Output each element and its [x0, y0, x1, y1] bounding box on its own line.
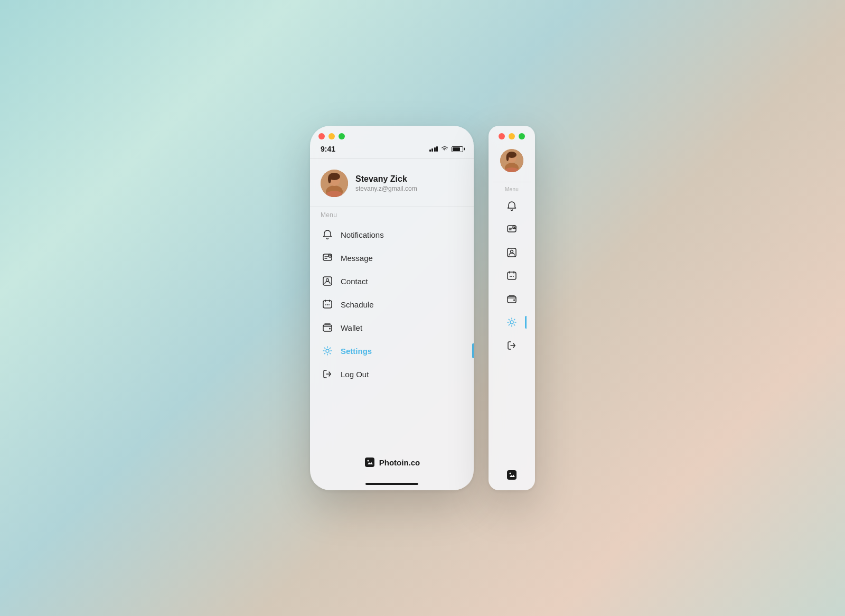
signal-icon	[429, 146, 438, 152]
status-bar: 9:41	[310, 145, 474, 156]
wallet-label: Wallet	[341, 323, 362, 332]
menu-item-message[interactable]: Message	[315, 246, 468, 269]
schedule-icon	[322, 298, 333, 310]
contact-label: Contact	[341, 277, 368, 286]
svg-point-28	[511, 250, 513, 253]
compact-avatar-section	[489, 144, 535, 180]
app-logo-icon	[364, 456, 375, 468]
status-icons	[429, 145, 464, 153]
phone-full: 9:41	[310, 126, 474, 490]
svg-point-9	[326, 279, 329, 282]
svg-point-37	[510, 473, 511, 474]
svg-point-4	[328, 175, 331, 183]
wifi-icon	[441, 145, 448, 153]
logout-icon	[322, 368, 333, 380]
logout-label: Log Out	[341, 370, 369, 379]
svg-rect-36	[507, 470, 517, 480]
phone-compact: Menu	[489, 126, 535, 490]
compact-contact[interactable]	[501, 242, 522, 263]
window-controls-compact	[489, 126, 535, 144]
svg-point-13	[328, 304, 330, 305]
phones-container: 9:41	[310, 126, 535, 490]
maximize-dot[interactable]	[339, 133, 345, 139]
svg-point-18	[367, 460, 369, 462]
compact-message[interactable]	[501, 219, 522, 240]
minimize-dot[interactable]	[328, 133, 335, 139]
svg-point-35	[510, 321, 513, 324]
compact-menu-label: Menu	[489, 184, 535, 195]
svg-point-34	[513, 300, 515, 301]
profile-info: Stevany Zick stevany.z@gmail.com	[355, 174, 417, 192]
svg-point-30	[510, 276, 511, 277]
schedule-label: Schadule	[341, 300, 374, 309]
compact-notifications[interactable]	[501, 195, 522, 217]
svg-point-7	[330, 255, 331, 257]
menu-item-notifications[interactable]: Notifications	[315, 223, 468, 246]
settings-icon	[322, 345, 333, 357]
menu-item-settings[interactable]: Settings	[315, 339, 468, 362]
compact-logout[interactable]	[501, 335, 522, 356]
svg-point-15	[329, 328, 331, 330]
app-name: Photoin.co	[379, 458, 420, 467]
menu-item-schedule[interactable]: Schadule	[315, 293, 468, 316]
menu-items: Notifications Message	[310, 223, 474, 450]
svg-point-32	[513, 276, 514, 277]
battery-icon	[452, 146, 463, 152]
phone-footer: Photoin.co	[310, 450, 474, 481]
avatar	[321, 170, 348, 197]
status-time: 9:41	[321, 145, 335, 153]
footer-logo: Photoin.co	[364, 456, 420, 468]
profile-section: Stevany Zick stevany.z@gmail.com	[310, 161, 474, 204]
compact-active-indicator	[525, 316, 527, 329]
menu-item-wallet[interactable]: Wallet	[315, 316, 468, 339]
contact-icon	[322, 275, 333, 287]
window-controls-full	[310, 126, 474, 145]
compact-settings[interactable]	[501, 312, 522, 333]
svg-point-11	[325, 304, 326, 305]
svg-point-23	[506, 154, 509, 161]
close-dot[interactable]	[318, 133, 325, 139]
svg-point-31	[511, 276, 512, 277]
minimize-dot-compact[interactable]	[509, 133, 515, 139]
menu-label: Menu	[310, 209, 474, 223]
settings-label: Settings	[341, 347, 372, 356]
compact-menu	[489, 195, 535, 464]
svg-rect-17	[365, 458, 374, 467]
profile-name: Stevany Zick	[355, 174, 417, 184]
svg-point-12	[327, 304, 328, 305]
svg-point-26	[514, 227, 515, 228]
compact-wallet[interactable]	[501, 288, 522, 310]
notification-icon	[322, 229, 333, 240]
profile-email: stevany.z@gmail.com	[355, 185, 417, 192]
menu-item-logout[interactable]: Log Out	[315, 362, 468, 386]
maximize-dot-compact[interactable]	[519, 133, 525, 139]
compact-footer	[489, 464, 535, 490]
notifications-label: Notifications	[341, 230, 384, 239]
active-indicator	[472, 343, 474, 358]
compact-avatar	[500, 149, 523, 172]
close-dot-compact[interactable]	[499, 133, 505, 139]
compact-app-logo-icon	[506, 469, 518, 481]
menu-item-contact[interactable]: Contact	[315, 269, 468, 293]
message-icon	[322, 252, 333, 264]
wallet-icon	[322, 322, 333, 333]
message-label: Message	[341, 254, 373, 263]
compact-schedule[interactable]	[501, 265, 522, 286]
svg-point-16	[326, 349, 329, 352]
